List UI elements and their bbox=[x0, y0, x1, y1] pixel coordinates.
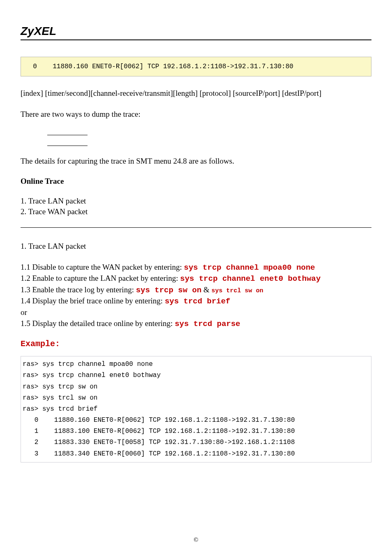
header-rule bbox=[21, 39, 371, 40]
step-text: 1.1 Disable to capture the WAN packet by… bbox=[21, 263, 184, 271]
step-line: 1.3 Enable the trace log by entering: sy… bbox=[21, 284, 371, 296]
field-description: [index] [timer/second][channel-receive/t… bbox=[21, 88, 371, 99]
footer-copyright: © bbox=[0, 536, 392, 543]
brand-logo: ZyXEL bbox=[21, 25, 371, 38]
list-item: 2. Trace WAN packet bbox=[21, 206, 371, 217]
step-line: 1.5 Display the detailed trace online by… bbox=[21, 318, 371, 330]
divider bbox=[21, 227, 371, 228]
command: sys trcd parse bbox=[175, 319, 240, 328]
command: sys trcd brief bbox=[165, 297, 231, 306]
list-item: 1. Trace LAN packet bbox=[21, 196, 371, 207]
command: sys trcp channel mpoa00 none bbox=[184, 263, 315, 272]
step-line: 1.1 Disable to capture the WAN packet by… bbox=[21, 262, 371, 273]
step-text: 1.3 Enable the trace log by entering: bbox=[21, 285, 136, 294]
step-text: & bbox=[201, 285, 211, 294]
details-text: The details for capturing the trace in S… bbox=[21, 156, 371, 167]
sub-header: 1. Trace LAN packet bbox=[21, 241, 371, 252]
command: sys trcp channel enet0 bothway bbox=[180, 274, 321, 283]
blank-line bbox=[47, 140, 88, 146]
step-text: 1.4 Display the brief trace online by en… bbox=[21, 296, 165, 305]
terminal-output: ras> sys trcp channel mpoa00 none ras> s… bbox=[21, 356, 371, 462]
code-box-top: 0 11880.160 ENET0-R[0062] TCP 192.168.1.… bbox=[21, 57, 371, 76]
two-ways-text: There are two ways to dump the trace: bbox=[21, 109, 371, 120]
step-text: 1.5 Display the detailed trace online by… bbox=[21, 319, 175, 328]
step-line: 1.4 Display the brief trace online by en… bbox=[21, 296, 371, 307]
step-text: 1.2 Enable to capture the LAN packet by … bbox=[21, 274, 180, 282]
step-line: or bbox=[21, 307, 371, 318]
blank-line bbox=[47, 130, 88, 135]
example-heading: Example: bbox=[21, 339, 371, 349]
blank-lines-block bbox=[47, 130, 371, 146]
section-online-trace: Online Trace bbox=[21, 177, 371, 186]
command: sys trcl sw on bbox=[212, 287, 263, 294]
step-line: 1.2 Enable to capture the LAN packet by … bbox=[21, 273, 371, 284]
command: sys trcp sw on bbox=[136, 286, 202, 295]
